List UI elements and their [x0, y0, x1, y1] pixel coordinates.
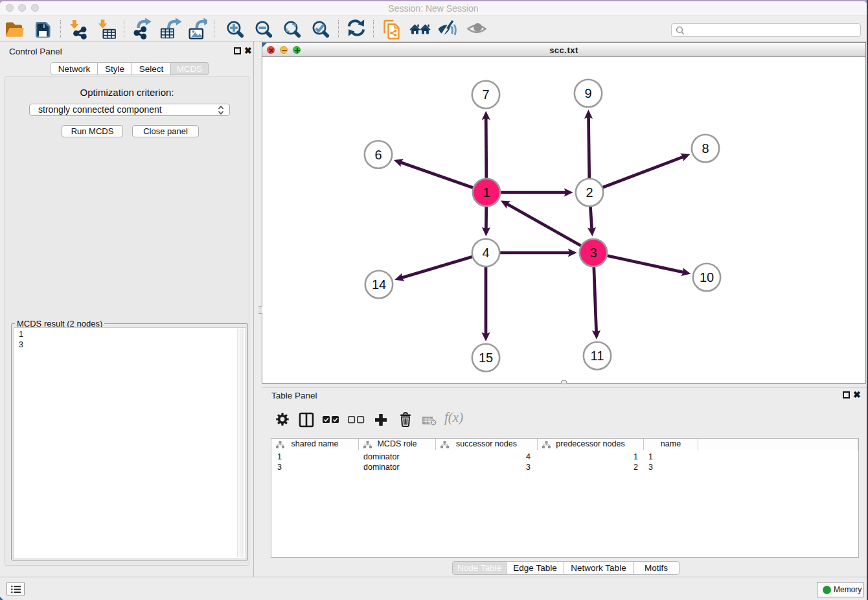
svg-text:8: 8: [702, 141, 709, 156]
svg-text:6: 6: [374, 148, 382, 162]
svg-text:4: 4: [482, 246, 489, 260]
svg-text:7: 7: [482, 87, 489, 102]
svg-text:3: 3: [589, 246, 597, 260]
svg-text:15: 15: [479, 351, 493, 365]
svg-text:14: 14: [372, 277, 386, 292]
svg-text:9: 9: [584, 86, 591, 100]
svg-text:10: 10: [700, 270, 714, 284]
svg-text:11: 11: [591, 349, 604, 363]
svg-text:2: 2: [586, 185, 593, 200]
svg-text:1: 1: [483, 185, 490, 200]
